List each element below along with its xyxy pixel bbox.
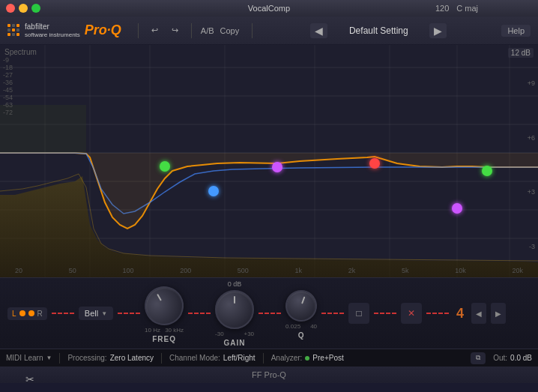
controls-bar: L R Bell ▼ 10 Hz 30 kHz FREQ 0 dB -30 +3…	[0, 277, 538, 349]
midi-learn-arrow: ▼	[46, 355, 52, 361]
window-title: VocalComp	[248, 4, 290, 13]
scissors-icon[interactable]: ✂	[25, 373, 34, 385]
bypass-button[interactable]: □	[348, 303, 369, 324]
eq-display[interactable]: Spectrum 12 dB	[0, 45, 538, 277]
eq-node-2[interactable]	[208, 186, 219, 196]
delete-button[interactable]: ✕	[401, 303, 422, 324]
brand-name: fabfilter software instruments	[25, 22, 80, 39]
bottom-bar: FF Pro-Q	[0, 367, 538, 383]
freq-label: 10k	[455, 267, 466, 274]
separator	[161, 353, 162, 364]
freq-knob-group: 10 Hz 30 kHz FREQ	[145, 284, 184, 343]
q-max: 40	[310, 323, 317, 330]
ab-label[interactable]: A/B	[201, 26, 214, 35]
next-band-button[interactable]: ▶	[491, 303, 506, 324]
copy-status-button[interactable]: ⧉	[471, 352, 486, 364]
q-knob[interactable]	[281, 286, 321, 326]
channel-mode-label: Channel Mode:	[169, 354, 220, 362]
freq-label: 2k	[348, 267, 356, 274]
db-label: -45	[3, 86, 13, 94]
logo-dot	[12, 33, 15, 36]
maximize-button[interactable]	[31, 4, 40, 13]
db-label: -72	[3, 109, 13, 116]
scissors-area: ✂	[25, 373, 34, 386]
connector-line	[52, 313, 74, 314]
connector-line	[188, 313, 211, 314]
redo-button[interactable]: ↪	[168, 24, 182, 37]
minimize-button[interactable]	[19, 4, 28, 13]
output-value: 0.0 dB	[510, 354, 532, 362]
eq-node-3[interactable]	[272, 162, 282, 172]
separator	[252, 23, 253, 38]
logo-dot	[7, 33, 10, 36]
help-button[interactable]: Help	[501, 25, 531, 37]
channel-selector[interactable]: L R	[7, 307, 47, 320]
separator	[59, 353, 60, 364]
gain-range: -30 +30	[215, 331, 254, 337]
channel-mode-value: Left/Right	[223, 354, 256, 362]
processing-value: Zero Latency	[110, 354, 154, 362]
eq-node-6[interactable]	[482, 166, 492, 176]
processing-item: Processing: Zero Latency	[67, 354, 154, 362]
eq-node-5[interactable]	[452, 203, 462, 214]
connector-line	[321, 313, 344, 314]
freq-label: 20	[15, 267, 22, 274]
output-label: Out:	[493, 354, 507, 362]
db-label: -9	[3, 56, 13, 64]
channel-mode-item: Channel Mode: Left/Right	[169, 354, 256, 362]
freq-knob[interactable]	[138, 279, 191, 332]
freq-label: 20k	[512, 267, 523, 274]
prev-band-button[interactable]: ◀	[471, 303, 486, 324]
freq-labels: 20 50 100 200 500 1k 2k 5k 10k 20k	[15, 267, 523, 274]
ab-group: A/B Copy	[201, 25, 243, 37]
freq-range: 10 Hz 30 kHz	[145, 327, 184, 334]
bypass-icon: □	[356, 308, 361, 319]
midi-learn-button[interactable]: MIDI Learn ▼	[6, 354, 52, 362]
q-label: Q	[298, 331, 305, 340]
title-extras: 120 C maj	[435, 4, 478, 13]
db-label: -18	[3, 64, 13, 71]
freq-max: 30 kHz	[165, 327, 184, 334]
delete-icon: ✕	[408, 308, 415, 319]
analyzer-item: Analyzer: Pre+Post	[271, 354, 344, 362]
plugin-title: FF Pro-Q	[252, 370, 286, 379]
preset-name: Default Setting	[333, 25, 423, 36]
db-label-right: +6	[528, 134, 535, 142]
filter-type-selector[interactable]: Bell ▼	[79, 307, 113, 320]
freq-label: 5k	[402, 267, 409, 274]
channel-l-label[interactable]: L	[12, 310, 16, 318]
q-min: 0.025	[285, 323, 300, 330]
channel-dot-2	[28, 310, 34, 316]
gain-min: -30	[215, 331, 224, 337]
eq-node-1[interactable]	[160, 161, 170, 172]
db-labels-right: +9 +6 +3 -3	[528, 45, 535, 277]
brand-product: Pro·Q	[85, 22, 121, 38]
copy-button[interactable]: Copy	[217, 25, 244, 37]
eq-node-4[interactable]	[369, 158, 380, 169]
filter-type-label: Bell	[85, 309, 98, 318]
connector-line	[118, 313, 140, 314]
freq-label: 100	[122, 267, 133, 274]
logo-dot	[16, 28, 19, 31]
preset-next-button[interactable]: ▶	[429, 23, 447, 38]
connector-line	[426, 313, 449, 314]
logo-area: fabfilter software instruments Pro·Q	[7, 22, 121, 39]
logo-icon	[7, 24, 20, 37]
logo-dot	[12, 28, 15, 31]
freq-label: 500	[238, 267, 249, 274]
gain-knob[interactable]	[215, 290, 254, 329]
undo-button[interactable]: ↩	[148, 24, 162, 37]
window-controls[interactable]	[6, 4, 40, 13]
db-label: -63	[3, 101, 13, 109]
close-button[interactable]	[6, 4, 15, 13]
separator	[263, 353, 264, 364]
preset-prev-button[interactable]: ◀	[310, 23, 327, 38]
eq-grid-svg	[0, 45, 538, 277]
preset-area: ◀ Default Setting ▶	[262, 23, 495, 38]
logo-dot	[16, 33, 19, 36]
logo-dot	[7, 28, 10, 31]
channel-r-label[interactable]: R	[37, 310, 43, 318]
freq-label: 50	[69, 267, 76, 274]
title-bar: VocalComp 120 C maj	[0, 0, 538, 16]
gain-max: +30	[244, 331, 254, 337]
